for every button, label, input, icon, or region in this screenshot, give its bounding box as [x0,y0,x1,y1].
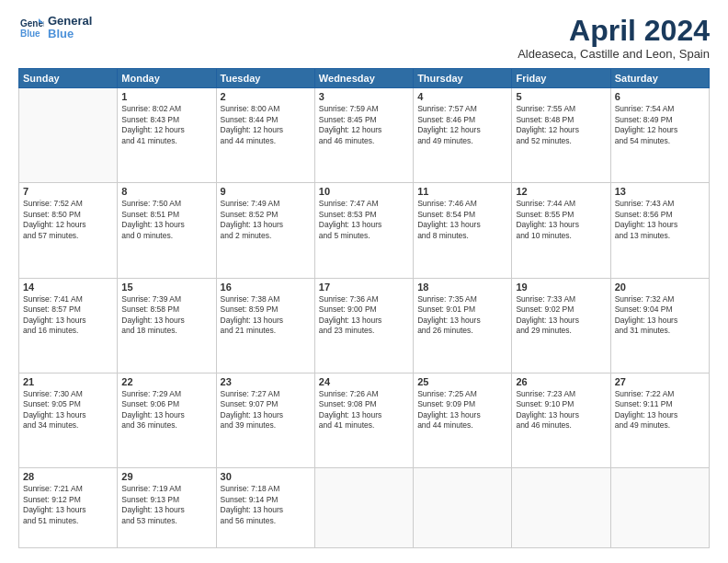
calendar-cell [512,468,610,548]
day-number: 28 [23,471,113,482]
week-row-4: 21Sunrise: 7:30 AMSunset: 9:05 PMDayligh… [19,373,710,467]
day-number: 30 [221,471,311,482]
calendar-cell: 17Sunrise: 7:36 AMSunset: 9:00 PMDayligh… [314,278,413,373]
cell-text-line: Sunset: 8:46 PM [417,115,507,125]
cell-text-line: and 0 minutes. [121,231,211,241]
calendar-cell: 2Sunrise: 8:00 AMSunset: 8:44 PMDaylight… [216,88,314,183]
cell-text-line: Sunset: 9:12 PM [23,495,113,505]
logo-line2: Blue [48,28,92,40]
cell-text-line: Sunset: 8:52 PM [221,210,311,220]
logo-line1: General [48,15,92,28]
cell-text-line: and 46 minutes. [319,136,409,146]
cell-text-line: Sunrise: 7:36 AM [319,294,409,304]
day-number: 5 [516,91,606,102]
week-row-3: 14Sunrise: 7:41 AMSunset: 8:57 PMDayligh… [19,278,710,373]
cell-text-line: and 53 minutes. [121,516,211,526]
cell-text-line: Daylight: 13 hours [615,410,705,420]
day-number: 7 [23,186,113,197]
day-number: 23 [221,376,311,387]
cell-text-line: Daylight: 13 hours [121,316,211,326]
calendar-cell: 27Sunrise: 7:22 AMSunset: 9:11 PMDayligh… [610,373,709,467]
day-number: 17 [319,282,409,293]
cell-text-line: Sunrise: 7:29 AM [121,389,211,399]
cell-text-line: Daylight: 13 hours [23,410,113,420]
calendar-cell: 12Sunrise: 7:44 AMSunset: 8:55 PMDayligh… [512,183,610,278]
cell-text-line: Daylight: 13 hours [319,410,409,420]
day-number: 12 [516,186,606,197]
cell-text-line: Daylight: 13 hours [121,410,211,420]
day-number: 29 [121,471,211,482]
day-number: 1 [121,91,211,102]
day-header-monday: Monday [118,69,216,88]
cell-text-line: Sunset: 9:10 PM [516,399,606,409]
cell-text-line: and 2 minutes. [221,231,311,241]
svg-text:General: General [20,18,44,29]
day-number: 24 [319,376,409,387]
day-number: 8 [121,186,211,197]
calendar-cell: 26Sunrise: 7:23 AMSunset: 9:10 PMDayligh… [512,373,610,467]
day-number: 6 [615,91,705,102]
calendar-cell: 30Sunrise: 7:18 AMSunset: 9:14 PMDayligh… [216,468,314,548]
subtitle: Aldeaseca, Castille and Leon, Spain [518,47,710,61]
calendar-cell: 21Sunrise: 7:30 AMSunset: 9:05 PMDayligh… [19,373,118,467]
day-number: 21 [23,376,113,387]
cell-text-line: Daylight: 13 hours [417,220,507,230]
day-number: 22 [121,376,211,387]
cell-text-line: Sunset: 8:50 PM [23,210,113,220]
header: General Blue General Blue April 2024 Ald… [18,15,710,61]
cell-text-line: Sunset: 9:11 PM [615,399,705,409]
calendar-cell: 10Sunrise: 7:47 AMSunset: 8:53 PMDayligh… [314,183,413,278]
cell-text-line: Sunrise: 7:50 AM [121,199,211,209]
day-number: 20 [615,282,705,293]
cell-text-line: and 26 minutes. [417,326,507,336]
cell-text-line: and 29 minutes. [516,326,606,336]
calendar-cell: 1Sunrise: 8:02 AMSunset: 8:43 PMDaylight… [118,88,216,183]
day-header-saturday: Saturday [610,69,709,88]
cell-text-line: Sunset: 9:02 PM [516,304,606,315]
cell-text-line: Sunrise: 7:30 AM [23,389,113,399]
cell-text-line: and 54 minutes. [615,136,705,146]
cell-text-line: Daylight: 13 hours [221,220,311,230]
calendar-cell: 22Sunrise: 7:29 AMSunset: 9:06 PMDayligh… [118,373,216,467]
week-row-5: 28Sunrise: 7:21 AMSunset: 9:12 PMDayligh… [19,468,710,548]
cell-text-line: Sunrise: 7:32 AM [615,294,705,304]
cell-text-line: Sunrise: 7:39 AM [121,294,211,304]
cell-text-line: Daylight: 13 hours [319,316,409,326]
calendar-cell: 19Sunrise: 7:33 AMSunset: 9:02 PMDayligh… [512,278,610,373]
cell-text-line: Daylight: 13 hours [516,220,606,230]
calendar-cell [414,468,512,548]
cell-text-line: Sunrise: 7:18 AM [221,484,311,494]
cell-text-line: and 57 minutes. [23,231,113,241]
cell-text-line: Daylight: 12 hours [221,125,311,135]
day-header-wednesday: Wednesday [314,69,413,88]
cell-text-line: and 49 minutes. [417,136,507,146]
calendar-cell: 14Sunrise: 7:41 AMSunset: 8:57 PMDayligh… [19,278,118,373]
cell-text-line: Sunrise: 7:33 AM [516,294,606,304]
cell-text-line: Daylight: 13 hours [615,316,705,326]
day-number: 19 [516,282,606,293]
calendar-cell: 3Sunrise: 7:59 AMSunset: 8:45 PMDaylight… [314,88,413,183]
cell-text-line: Daylight: 12 hours [516,125,606,135]
calendar-cell: 11Sunrise: 7:46 AMSunset: 8:54 PMDayligh… [414,183,512,278]
cell-text-line: Sunset: 9:13 PM [121,495,211,505]
cell-text-line: and 39 minutes. [221,420,311,431]
day-header-tuesday: Tuesday [216,69,314,88]
cell-text-line: Sunset: 8:58 PM [121,304,211,315]
day-header-thursday: Thursday [414,69,512,88]
cell-text-line: Sunrise: 7:52 AM [23,199,113,209]
calendar-cell: 5Sunrise: 7:55 AMSunset: 8:48 PMDaylight… [512,88,610,183]
cell-text-line: Sunrise: 7:55 AM [516,104,606,114]
cell-text-line: and 5 minutes. [319,231,409,241]
day-number: 3 [319,91,409,102]
cell-text-line: Daylight: 13 hours [121,220,211,230]
calendar-table: SundayMondayTuesdayWednesdayThursdayFrid… [18,68,710,548]
cell-text-line: and 46 minutes. [516,420,606,431]
calendar-cell: 16Sunrise: 7:38 AMSunset: 8:59 PMDayligh… [216,278,314,373]
cell-text-line: and 41 minutes. [121,136,211,146]
cell-text-line: Sunrise: 7:49 AM [221,199,311,209]
calendar-cell: 15Sunrise: 7:39 AMSunset: 8:58 PMDayligh… [118,278,216,373]
calendar-cell: 4Sunrise: 7:57 AMSunset: 8:46 PMDaylight… [414,88,512,183]
cell-text-line: Sunset: 9:06 PM [121,399,211,409]
cell-text-line: Sunset: 8:43 PM [121,115,211,125]
cell-text-line: Sunset: 9:07 PM [221,399,311,409]
